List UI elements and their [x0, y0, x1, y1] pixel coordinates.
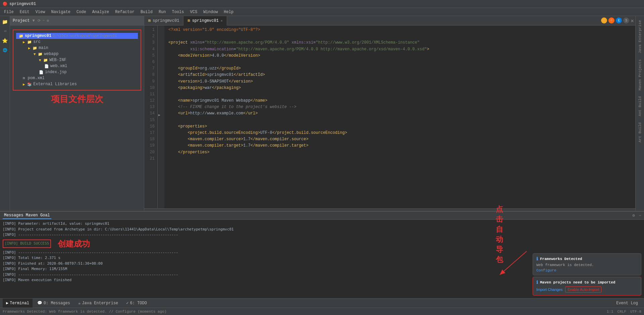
position-indicator[interactable]: 1:1 — [607, 310, 613, 314]
menu-code[interactable]: Code — [74, 9, 89, 15]
console-line-3: [INFO] ---------------------------------… — [3, 232, 641, 238]
tree-item-pomxml[interactable]: m pom.xml — [16, 75, 138, 81]
gutter: ▶ — [158, 25, 164, 208]
editor-scrollbar[interactable] — [144, 208, 635, 211]
menu-navigate[interactable]: Navigate — [48, 9, 73, 15]
status-right: 1:1 CRLF UTF-8 — [607, 310, 641, 314]
right-sidebar: Java Enterprise Maven Projects Ant Build… — [635, 16, 644, 211]
menu-analyze[interactable]: Analyze — [90, 9, 112, 15]
code-area[interactable]: 123456789101112131415161718192021 ▶ <?xm… — [144, 25, 635, 208]
annotation-box1: 📁 springmvc01 D:\IDEA-workspace\springmv… — [13, 30, 141, 91]
tree-label-extlibs: External Libraries — [33, 82, 77, 87]
todo-icon: ✓ — [126, 301, 128, 306]
safari-icon[interactable]: S — [623, 17, 629, 23]
menu-run[interactable]: Run — [156, 9, 169, 15]
menu-tools[interactable]: Tools — [169, 9, 187, 15]
app-icon: 🔴 — [3, 2, 7, 6]
title-bar: 🔴 springmvc01 — [0, 0, 644, 8]
project-header-icons: ⟳ − ⚙ — [38, 18, 49, 23]
info-icon-maven: ℹ — [536, 280, 538, 285]
enable-auto-import-button[interactable]: Enable Auto-Import — [565, 286, 601, 293]
tab-close-icon[interactable]: ✕ — [221, 19, 223, 23]
code-content[interactable]: <?xml version="1.0" encoding="UTF-8"?> <… — [164, 25, 635, 208]
bottom-tab-messages[interactable]: 💬 0: Messages — [34, 299, 73, 308]
folder-icon: 📁 — [19, 34, 23, 38]
frameworks-text: Web framework is detected. — [536, 263, 638, 267]
tree-path-root: D:\IDEA-workspace\springmvc01 — [53, 34, 117, 38]
encoding-indicator[interactable]: UTF-8 — [630, 310, 641, 314]
frameworks-detected-card: ℹ Frameworks Detected Web framework is d… — [533, 253, 641, 275]
menu-refactor[interactable]: Refactor — [112, 9, 137, 15]
menu-view[interactable]: View — [33, 9, 48, 15]
menu-help[interactable]: Help — [221, 9, 236, 15]
tree-item-main[interactable]: ▶ 📁 main — [16, 45, 138, 51]
right-tab-java-enterprise[interactable]: Java Enterprise — [637, 17, 643, 56]
right-tab-art-build[interactable]: Art Build — [637, 120, 643, 145]
menu-file[interactable]: File — [1, 9, 16, 15]
tree-item-src[interactable]: ▶ 📁 src — [16, 39, 138, 45]
bottom-tab-java-label: Java Enterprise — [82, 301, 118, 306]
bottom-tab-messages-label: 0: Messages — [44, 301, 70, 306]
file-hierarchy-annotation: 项目文件层次 — [10, 93, 144, 105]
bottom-tab-event-log[interactable]: Event Log — [613, 299, 641, 308]
tree-item-webinf[interactable]: ▼ 📁 WEB-INF — [16, 57, 138, 63]
frameworks-configure-link[interactable]: Configure — [536, 268, 556, 272]
import-changes-button[interactable]: Import Changes — [536, 286, 562, 293]
extlib-icon: ▶ 📚 — [23, 82, 32, 87]
tree-label-root: springmvc01 — [25, 34, 51, 38]
menu-edit[interactable]: Edit — [17, 9, 32, 15]
right-tab-maven-projects[interactable]: Maven Projects — [637, 57, 643, 93]
project-dropdown-icon[interactable]: ▼ — [32, 18, 35, 23]
left-sidebar: 📁 S ⭐ 🌐 — [0, 16, 10, 211]
sidebar-project-icon[interactable]: 📁 — [1, 17, 9, 26]
tree-label-main: main — [39, 46, 48, 50]
chrome-icon[interactable]: C — [601, 17, 607, 23]
sync-icon[interactable]: ⟳ — [38, 18, 41, 23]
sidebar-web-icon[interactable]: 🌐 — [1, 46, 9, 54]
folder-icon-src: ▶ 📁 — [23, 40, 32, 44]
gear-icon[interactable]: ⚙ — [47, 18, 49, 23]
folder-icon-webinf: ▼ 📁 — [39, 58, 48, 62]
bottom-tab-todo[interactable]: ✓ 6: TODO — [123, 299, 150, 308]
tree-label-webinf: WEB-INF — [49, 58, 66, 62]
main-content: 📁 S ⭐ 🌐 Project ▼ ⟳ − ⚙ — [0, 16, 644, 211]
menu-build[interactable]: Build — [138, 9, 155, 15]
crlf-indicator[interactable]: CRLF — [618, 310, 626, 314]
build-success-box: [INFO] BUILD SUCCESS — [3, 240, 51, 248]
terminal-icon: ▶ — [6, 301, 8, 306]
editor-tab-springmvc01-inactive[interactable]: m springmvc01 — [144, 16, 183, 25]
menu-vcs[interactable]: VCS — [187, 9, 200, 15]
firefox-icon[interactable]: F — [608, 17, 614, 23]
close-editor-icon[interactable]: ✕ — [631, 17, 634, 24]
status-message: Frameworks Detected: Web framework is de… — [3, 310, 166, 314]
console-settings-icon[interactable]: ⚙ — [633, 213, 635, 218]
tab-label-active: springmvc01 — [192, 18, 219, 23]
svg-line-0 — [500, 251, 527, 275]
arrow-to-import — [493, 248, 533, 281]
tree-item-webxml[interactable]: 📄 web.xml — [16, 63, 138, 69]
app: 🔴 springmvc01 File Edit View Navigate Co… — [0, 0, 644, 315]
tree-item-root[interactable]: 📁 springmvc01 D:\IDEA-workspace\springmv… — [16, 33, 138, 39]
editor-tab-springmvc01-active[interactable]: m springmvc01 ✕ — [183, 16, 227, 25]
sidebar-favorites-icon[interactable]: ⭐ — [1, 36, 9, 45]
project-panel: Project ▼ ⟳ − ⚙ 📁 springmvc01 D:\IDEA-wo… — [10, 16, 144, 211]
console-tab-messages[interactable]: Messages Maven Goal — [3, 212, 51, 219]
status-text: Frameworks Detected: Web framework is de… — [3, 310, 604, 314]
tree-item-indexjsp[interactable]: 📄 index.jsp — [16, 69, 138, 75]
line-numbers: 123456789101112131415161718192021 — [144, 25, 158, 208]
tree-item-extlibs[interactable]: ▶ 📚 External Libraries — [16, 81, 138, 87]
console-minimize-icon[interactable]: − — [639, 213, 641, 218]
menu-window[interactable]: Window — [201, 9, 220, 15]
info-icon-frameworks: ℹ — [536, 256, 538, 262]
xml-file-icon: 📄 — [44, 64, 49, 68]
tree-item-webapp[interactable]: ▼ 📁 webapp — [16, 51, 138, 57]
bottom-tab-terminal[interactable]: ▶ Terminal — [3, 299, 33, 308]
bottom-tab-java-enterprise[interactable]: ☕ Java Enterprise — [75, 299, 121, 308]
collapse-icon[interactable]: − — [43, 18, 45, 23]
ie-icon[interactable]: E — [616, 17, 622, 23]
project-header: Project ▼ ⟳ − ⚙ — [10, 16, 144, 25]
right-tab-ant-build[interactable]: Ant Build — [637, 94, 643, 119]
sidebar-structure-icon[interactable]: S — [1, 27, 9, 36]
folder-icon-main: ▶ 📁 — [28, 46, 37, 50]
tab-label-inactive: springmvc01 — [153, 18, 179, 23]
